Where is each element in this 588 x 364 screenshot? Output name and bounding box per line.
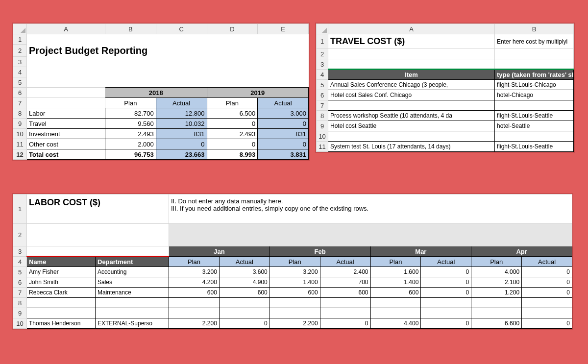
- row-header[interactable]: 1: [317, 34, 328, 49]
- labor-value[interactable]: [370, 298, 421, 308]
- plan-header[interactable]: Plan: [270, 257, 320, 267]
- col-header[interactable]: E: [258, 24, 309, 34]
- actual-value[interactable]: 0: [156, 139, 207, 149]
- labor-value[interactable]: 0: [522, 318, 572, 329]
- travel-type[interactable]: hotel-Chicago: [495, 90, 574, 100]
- cost-category[interactable]: Travel: [27, 119, 105, 129]
- plan-value[interactable]: 0: [207, 119, 258, 129]
- col-header[interactable]: A: [328, 24, 495, 34]
- actual-value[interactable]: 3.831: [258, 149, 309, 160]
- row-header[interactable]: 1: [13, 194, 27, 224]
- actual-value[interactable]: 0: [258, 119, 309, 129]
- row-header[interactable]: 3: [317, 59, 328, 70]
- labor-value[interactable]: 0: [219, 318, 270, 329]
- labor-value[interactable]: 600: [320, 288, 370, 298]
- col-header[interactable]: D: [207, 24, 258, 34]
- labor-value[interactable]: 3.200: [169, 267, 220, 277]
- row-header[interactable]: 7: [13, 98, 27, 108]
- travel-cost-sheet[interactable]: A B 1 TRAVEL COST ($) Enter here cost by…: [315, 23, 575, 153]
- month-header[interactable]: Apr: [471, 246, 572, 257]
- month-header[interactable]: Mar: [370, 246, 471, 257]
- plan-header[interactable]: Plan: [169, 257, 220, 267]
- row-header[interactable]: 9: [13, 119, 27, 129]
- travel-type[interactable]: flight-St.Louis-Seattle: [495, 142, 574, 152]
- row-header[interactable]: 10: [317, 131, 328, 142]
- department[interactable]: EXTERNAL-Superso: [96, 318, 169, 329]
- labor-value[interactable]: 2.400: [320, 267, 370, 277]
- labor-value[interactable]: 0: [522, 288, 572, 298]
- labor-value[interactable]: 0: [522, 277, 572, 288]
- travel-item[interactable]: [328, 131, 495, 142]
- row-header[interactable]: 8: [13, 298, 27, 308]
- row-header[interactable]: 3: [13, 57, 27, 67]
- employee-name[interactable]: Amy Fisher: [27, 267, 96, 277]
- year-header[interactable]: 2018: [105, 88, 207, 98]
- plan-value[interactable]: 2.493: [105, 129, 156, 139]
- actual-value[interactable]: 0: [258, 139, 309, 149]
- labor-value[interactable]: [370, 308, 421, 318]
- row-header[interactable]: 6: [13, 277, 27, 288]
- labor-value[interactable]: 0: [421, 277, 471, 288]
- labor-value[interactable]: 600: [370, 288, 421, 298]
- travel-type[interactable]: flight-St.Louis-Seattle: [495, 111, 574, 121]
- col-header[interactable]: B: [105, 24, 156, 34]
- labor-value[interactable]: [320, 308, 370, 318]
- labor-value[interactable]: [320, 298, 370, 308]
- col-header[interactable]: A: [27, 24, 105, 34]
- actual-value[interactable]: 23.663: [156, 149, 207, 160]
- travel-item[interactable]: Process workshop Seattle (10 attendants,…: [328, 111, 495, 121]
- labor-value[interactable]: [522, 308, 572, 318]
- travel-item[interactable]: Hotel cost Sales Conf. Chicago: [328, 90, 495, 100]
- project-budget-sheet[interactable]: A B C D E 1 2 Project Budget Reporting 3…: [12, 23, 310, 161]
- actual-header[interactable]: Actual: [320, 257, 370, 267]
- actual-value[interactable]: 10.032: [156, 119, 207, 129]
- row-header[interactable]: 7: [13, 288, 27, 298]
- travel-type[interactable]: hotel-Seattle: [495, 121, 574, 131]
- travel-item[interactable]: Annual Sales Conference Chicago (3 peopl…: [328, 80, 495, 90]
- year-header[interactable]: 2019: [207, 88, 309, 98]
- travel-hint[interactable]: Enter here cost by multiplyi: [495, 34, 574, 49]
- travel-item[interactable]: [328, 100, 495, 111]
- actual-header[interactable]: Actual: [156, 98, 207, 108]
- actual-value[interactable]: 831: [156, 129, 207, 139]
- item-header[interactable]: Item: [328, 70, 495, 80]
- travel-item[interactable]: System test St. Louis (17 attendants, 14…: [328, 142, 495, 152]
- actual-value[interactable]: 831: [258, 129, 309, 139]
- cost-category[interactable]: Labor: [27, 108, 105, 119]
- labor-value[interactable]: [169, 308, 220, 318]
- row-header[interactable]: 4: [13, 67, 27, 77]
- labor-value[interactable]: 2.200: [270, 318, 320, 329]
- labor-cost-sheet[interactable]: 1 LABOR COST ($) II. Do not enter any da…: [12, 193, 573, 330]
- labor-value[interactable]: 0: [320, 318, 370, 329]
- labor-value[interactable]: [219, 308, 270, 318]
- travel-type[interactable]: [495, 131, 574, 142]
- employee-name[interactable]: Rebecca Clark: [27, 288, 96, 298]
- actual-header[interactable]: Actual: [421, 257, 471, 267]
- labor-value[interactable]: [169, 298, 220, 308]
- labor-value[interactable]: 0: [522, 267, 572, 277]
- employee-name[interactable]: [27, 308, 96, 318]
- cost-category[interactable]: Other cost: [27, 139, 105, 149]
- row-header[interactable]: 8: [317, 111, 328, 121]
- labor-value[interactable]: [219, 298, 270, 308]
- row-header[interactable]: 5: [13, 267, 27, 277]
- row-header[interactable]: 9: [13, 308, 27, 318]
- labor-value[interactable]: 3.600: [219, 267, 270, 277]
- row-header[interactable]: 10: [13, 318, 27, 329]
- labor-value[interactable]: 600: [219, 288, 270, 298]
- labor-value[interactable]: [270, 298, 320, 308]
- row-header[interactable]: 1: [13, 34, 27, 45]
- row-header[interactable]: 5: [317, 80, 328, 90]
- labor-value[interactable]: 4.200: [169, 277, 220, 288]
- labor-value[interactable]: 0: [421, 267, 471, 277]
- month-header[interactable]: Jan: [169, 246, 270, 257]
- row-header[interactable]: 2: [317, 49, 328, 59]
- actual-header[interactable]: Actual: [258, 98, 309, 108]
- select-all-corner[interactable]: [317, 24, 328, 34]
- row-header[interactable]: 12: [13, 149, 27, 160]
- plan-value[interactable]: 0: [207, 139, 258, 149]
- row-header[interactable]: 10: [13, 129, 27, 139]
- row-header[interactable]: 7: [317, 100, 328, 111]
- labor-value[interactable]: 2.200: [169, 318, 220, 329]
- labor-value[interactable]: 4.000: [471, 267, 522, 277]
